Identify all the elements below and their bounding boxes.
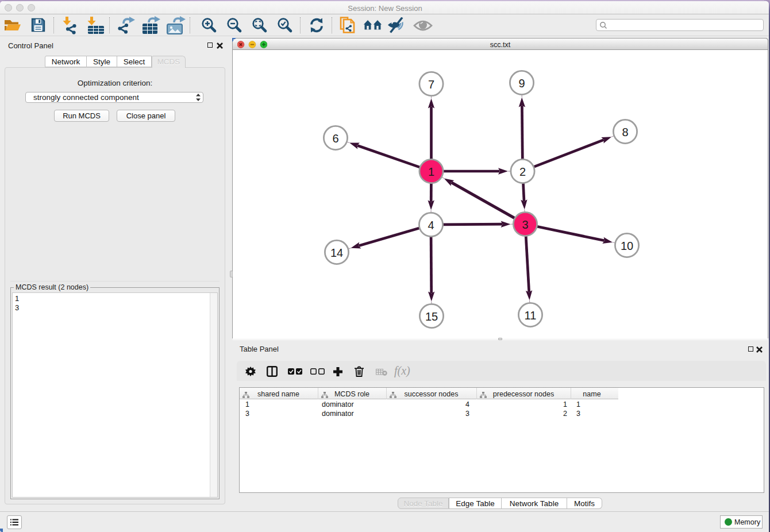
- svg-text:2: 2: [519, 165, 526, 178]
- svg-text:9: 9: [518, 77, 525, 90]
- svg-text:4: 4: [428, 219, 434, 232]
- svg-text:10: 10: [621, 240, 633, 252]
- svg-text:3: 3: [522, 218, 528, 231]
- svg-text:1: 1: [428, 165, 434, 178]
- svg-text:6: 6: [332, 132, 338, 145]
- svg-text:15: 15: [425, 310, 438, 323]
- svg-text:7: 7: [428, 78, 434, 91]
- svg-text:14: 14: [330, 246, 343, 259]
- svg-text:8: 8: [622, 126, 628, 138]
- svg-text:11: 11: [525, 309, 537, 322]
